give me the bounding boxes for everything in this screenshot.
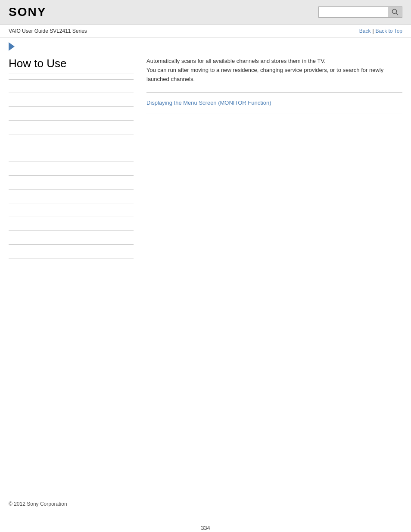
svg-line-1 xyxy=(396,13,399,16)
list-item[interactable] xyxy=(9,79,134,93)
breadcrumb-bar: VAIO User Guide SVL2411 Series Back | Ba… xyxy=(0,25,411,38)
back-link[interactable]: Back xyxy=(359,28,371,34)
chevron-right-icon xyxy=(9,42,15,51)
list-item[interactable] xyxy=(9,148,134,162)
chevron-row xyxy=(0,38,411,53)
content-area: Automatically scans for all available ch… xyxy=(142,57,402,491)
list-item[interactable] xyxy=(9,245,134,258)
header: SONY xyxy=(0,0,411,25)
nav-separator: | xyxy=(372,28,374,34)
nav-links: Back | Back to Top xyxy=(359,28,402,34)
sidebar: How to Use xyxy=(9,57,142,491)
list-item[interactable] xyxy=(9,93,134,107)
section-title: How to Use xyxy=(9,57,134,74)
list-item[interactable] xyxy=(9,231,134,245)
content-divider-1 xyxy=(146,92,402,93)
guide-title: VAIO User Guide SVL2411 Series xyxy=(9,28,87,34)
sony-logo: SONY xyxy=(9,5,46,19)
list-item[interactable] xyxy=(9,107,134,121)
list-item[interactable] xyxy=(9,121,134,134)
copyright: © 2012 Sony Corporation xyxy=(9,501,67,507)
page-number: 334 xyxy=(0,516,411,532)
footer: © 2012 Sony Corporation xyxy=(0,491,411,516)
search-icon xyxy=(392,9,399,16)
content-paragraph-1: Automatically scans for all available ch… xyxy=(146,57,402,84)
list-item[interactable] xyxy=(9,203,134,217)
list-item[interactable] xyxy=(9,190,134,203)
list-item[interactable] xyxy=(9,176,134,190)
list-item[interactable] xyxy=(9,162,134,176)
content-divider-2 xyxy=(146,113,402,113)
search-input[interactable] xyxy=(319,7,388,17)
search-button[interactable] xyxy=(388,7,402,17)
back-to-top-link[interactable]: Back to Top xyxy=(376,28,402,34)
related-link[interactable]: Displaying the Menu Screen (MONITOR Func… xyxy=(146,100,402,106)
search-box-container xyxy=(318,6,402,18)
page-body: How to Use xyxy=(0,38,411,532)
sidebar-items xyxy=(9,79,134,258)
svg-point-0 xyxy=(392,9,397,14)
main-two-col: How to Use xyxy=(0,53,411,491)
list-item[interactable] xyxy=(9,217,134,231)
list-item[interactable] xyxy=(9,134,134,148)
